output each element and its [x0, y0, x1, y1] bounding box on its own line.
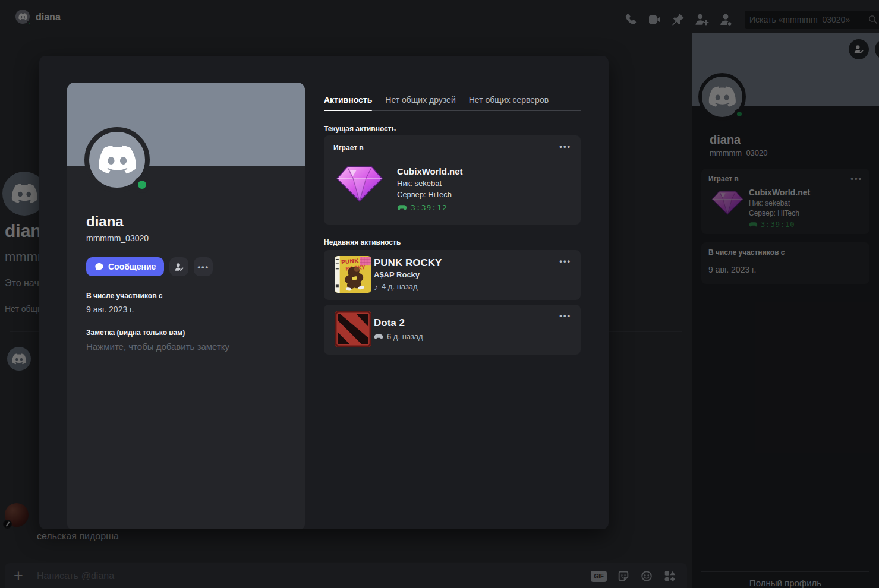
discord-app: diana Искать «mmmmm_03020» diana mmmmm_0… [0, 0, 879, 588]
activity-options-button[interactable]: ••• [559, 143, 571, 150]
more-options-button[interactable]: ••• [194, 257, 213, 276]
cubixworld-gem-icon [335, 164, 385, 203]
recent-activity-title: Dota 2 [374, 317, 405, 329]
recent-activity-card: ••• Dota 2 6 д. назад [324, 305, 581, 355]
send-message-button[interactable]: Сообщение [86, 257, 164, 276]
recent-activity-time: 6 д. назад [387, 332, 423, 341]
discord-logo-icon [98, 145, 136, 175]
recent-activity-subtitle: A$AP Rocky [374, 270, 420, 279]
activity-elapsed-time: 3:39:12 [411, 203, 448, 212]
tab-mutual-servers[interactable]: Нет общих серверов [469, 95, 549, 110]
member-since-date: 9 авг. 2023 г. [86, 305, 134, 314]
recent-activity-card: ••• PUNK ROCKY A$AP Rocky ♪ 4 д. назад [324, 250, 581, 300]
note-label: Заметка (видна только вам) [86, 328, 185, 337]
online-status-indicator [134, 176, 150, 193]
recent-activity-section-label: Недавняя активность [324, 238, 401, 246]
music-note-icon: ♪ [374, 284, 378, 290]
user-profile-modal: diana mmmmm_03020 Сообщение ••• В числе … [39, 56, 609, 529]
profile-card: diana mmmmm_03020 Сообщение ••• В числе … [67, 83, 305, 529]
gamepad-icon [397, 204, 407, 211]
profile-username: mmmmm_03020 [86, 233, 149, 243]
activity-name: CubixWorld.net [397, 166, 463, 176]
punk-rocky-album-art [335, 256, 371, 293]
current-activity-section-label: Текущая активность [324, 125, 396, 133]
recent-activity-time: 4 д. назад [382, 282, 418, 291]
tab-mutual-friends[interactable]: Нет общих друзей [385, 95, 455, 110]
profile-tabs: Активность Нет общих друзей Нет общих се… [324, 88, 581, 111]
current-activity-card: Играет в ••• CubixWorld.net Ник: sekebat… [324, 135, 581, 225]
recent-activity-title: PUNK ROCKY [374, 257, 442, 269]
note-input[interactable]: Нажмите, чтобы добавить заметку [86, 342, 229, 352]
chat-bubble-icon [94, 262, 104, 271]
more-icon: ••• [197, 263, 209, 271]
friend-request-button[interactable] [169, 257, 188, 276]
member-since-label: В числе участников с [86, 292, 163, 300]
person-check-icon [174, 263, 184, 271]
send-message-label: Сообщение [108, 262, 156, 271]
activity-header: Играет в [333, 144, 364, 152]
activity-detail: Сервер: HiTech [397, 190, 463, 199]
gamepad-icon [374, 334, 383, 340]
dota2-game-icon [335, 311, 371, 347]
profile-activity-panel: Активность Нет общих друзей Нет общих се… [324, 88, 581, 111]
activity-options-button[interactable]: ••• [559, 312, 571, 320]
activity-options-button[interactable]: ••• [559, 257, 571, 265]
activity-detail: Ник: sekebat [397, 179, 463, 188]
profile-display-name: diana [86, 213, 124, 230]
tab-activity[interactable]: Активность [324, 95, 372, 110]
